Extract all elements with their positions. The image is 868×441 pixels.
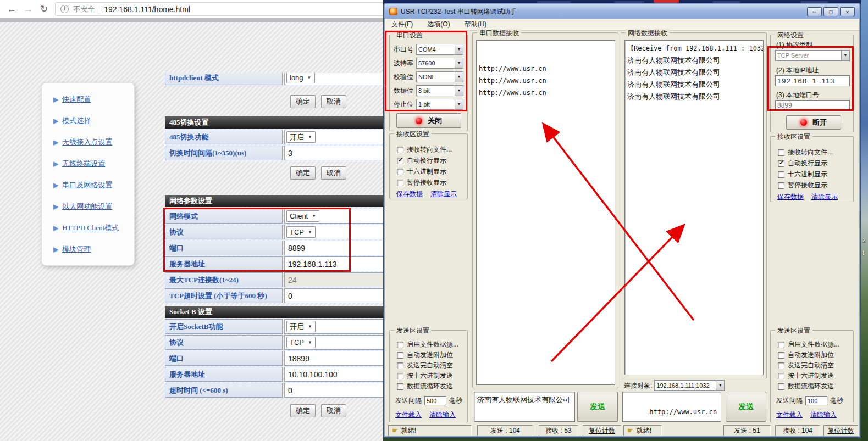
chevron-down-icon[interactable]: ▼ [455,72,463,82]
checkbox-hex-send[interactable] [397,373,403,379]
clear-input-link[interactable]: 清除输入 [810,410,837,420]
back-icon[interactable]: ← [7,4,16,15]
save-data-link[interactable]: 保存数据 [396,189,423,199]
address-bar[interactable]: i 不安全 192.168.1.111/home.html [55,2,383,16]
sidebar-link[interactable]: 串口及网络设置 [62,180,112,190]
485-interval-input[interactable] [286,148,383,158]
checkbox-file-source[interactable] [778,342,784,348]
reset-count-link[interactable]: 复位计数 [589,427,615,434]
socketb-protocol-select[interactable]: TCP▼ [286,337,316,348]
network-send-input[interactable]: http://www.usr.cn [622,392,721,422]
stop-bits-combobox[interactable]: 1 bit▼ [416,99,463,110]
checkbox-file-source[interactable] [397,342,403,348]
sidebar-item-mode-select[interactable]: ▶ 模式选择 [53,115,134,127]
network-send-button[interactable]: 发送 [726,392,766,422]
app-titlebar[interactable]: USR-TCP232-Test 串口转网络调试助手 — □ ✕ [385,4,859,19]
sidebar-link[interactable]: 无线接入点设置 [62,137,112,147]
checkbox-loop-send[interactable] [397,383,403,390]
tcp-timeout-input[interactable] [286,291,383,301]
reload-icon[interactable]: ↻ [40,3,48,15]
485-enable-select[interactable]: 开启▼ [286,131,316,143]
sidebar-item-httpd-client[interactable]: ▶ HTTPD Client模式 [53,222,134,234]
chevron-down-icon[interactable]: ▼ [455,44,463,54]
checkbox-auto-newline[interactable] [778,160,784,167]
clear-display-link[interactable]: 清除显示 [811,192,838,202]
clear-input-link[interactable]: 清除输入 [429,410,456,420]
cancel-button[interactable]: 取消 [321,95,346,108]
checkbox-loop-send[interactable] [778,383,784,390]
status-reset-left[interactable]: 复位计数 [583,425,621,436]
sidebar-link[interactable]: 模式选择 [62,116,91,126]
sidebar-link[interactable]: 快速配置 [62,94,91,104]
parity-combobox[interactable]: NONE▼ [416,71,463,82]
checkbox-auto-clear[interactable] [778,362,784,369]
checkbox-auto-append[interactable] [778,352,784,359]
server-addr-input[interactable] [286,259,383,269]
checkbox-pause-recv[interactable] [397,180,403,186]
sidebar-item-ethernet[interactable]: ▶ 以太网功能设置 [53,200,134,213]
sidebar-link[interactable]: HTTPD Client模式 [62,223,119,233]
ok-button[interactable]: 确定 [290,95,316,108]
chevron-down-icon[interactable]: ▼ [455,58,463,68]
socketb-server-input[interactable] [286,370,383,379]
close-button[interactable]: ✕ [840,7,855,16]
httpdclient-mode-select[interactable]: long▼ [286,73,315,83]
baud-rate-combobox[interactable]: 57600▼ [416,58,463,69]
checkbox-recv-to-file[interactable] [397,147,403,153]
info-icon[interactable]: i [60,5,69,13]
file-load-link[interactable]: 文件载入 [395,410,422,420]
sidebar-item-wireless-sta[interactable]: ▶ 无线终端设置 [53,158,134,170]
serial-send-button[interactable]: 发送 [577,392,618,422]
serial-close-button[interactable]: 关闭 [396,113,461,128]
file-load-link[interactable]: 文件载入 [776,410,803,420]
minimize-button[interactable]: — [807,7,822,16]
disconnect-button[interactable]: 断开 [786,115,841,130]
sidebar-link[interactable]: 无线终端设置 [62,159,105,169]
cancel-button[interactable]: 取消 [321,166,346,180]
local-port-field[interactable]: 8899 [775,100,850,110]
chevron-down-icon[interactable]: ▼ [455,86,463,96]
ok-button[interactable]: 确定 [290,404,316,417]
clear-display-link[interactable]: 清除显示 [430,189,457,199]
menu-options[interactable]: 选项(O) [427,20,450,29]
sidebar-link[interactable]: 以太网功能设置 [62,202,112,211]
serial-port-combobox[interactable]: COM4▼ [416,44,463,55]
checkbox-hex-display[interactable] [397,169,403,175]
menu-file[interactable]: 文件(F) [391,20,413,29]
send-interval-input[interactable] [805,396,827,405]
data-bits-combobox[interactable]: 8 bit▼ [416,85,463,96]
sidebar-link[interactable]: 模块管理 [62,244,91,254]
save-data-link[interactable]: 保存数据 [777,192,804,202]
ok-button[interactable]: 确定 [290,166,316,180]
network-mode-select[interactable]: Client▼ [286,210,319,222]
chevron-down-icon[interactable]: ▼ [455,99,463,109]
checkbox-recv-to-file[interactable] [778,149,784,156]
local-ip-field[interactable]: 192.168. 1 .113 [775,75,850,86]
sidebar-item-module-mgmt[interactable]: ▶ 模块管理 [53,243,134,255]
cancel-button[interactable]: 取消 [321,404,346,417]
sidebar-item-wireless-ap[interactable]: ▶ 无线接入点设置 [53,136,134,148]
send-interval-input[interactable] [424,396,446,405]
chevron-down-icon[interactable]: ▼ [716,381,724,390]
protocol-select[interactable]: TCP▼ [286,226,316,238]
socketb-timeout-input[interactable] [286,386,383,395]
url-text[interactable]: 192.168.1.111/home.html [104,5,190,14]
checkbox-hex-display[interactable] [778,171,784,178]
sidebar-item-quick-config[interactable]: ▶ 快速配置 [53,93,134,105]
maximize-button[interactable]: □ [823,7,838,16]
port-input[interactable] [286,243,383,253]
sidebar-item-serial-network[interactable]: ▶ 串口及网络设置 [53,179,134,191]
checkbox-hex-send[interactable] [778,373,784,379]
serial-recv-textarea[interactable]: http://www.usr.cn http://www.usr.cn http… [476,40,615,385]
forward-icon[interactable]: → [24,4,33,15]
socketb-enable-select[interactable]: 开启▼ [286,321,316,332]
serial-send-input[interactable]: 济南有人物联网技术有限公司 [474,392,575,422]
connect-target-combobox[interactable]: 192.168.1.111:1032 ▼ [654,380,725,391]
status-reset-right[interactable]: 复位计数 [823,425,858,436]
checkbox-pause-recv[interactable] [778,182,784,189]
socketb-port-input[interactable] [286,354,383,364]
menu-help[interactable]: 帮助(H) [465,20,487,29]
network-recv-textarea[interactable]: 【Receive from 192.168.1.111 : 1032】: 济南有… [624,40,764,375]
reset-count-link[interactable]: 复位计数 [828,427,854,434]
checkbox-auto-newline[interactable] [397,158,403,164]
